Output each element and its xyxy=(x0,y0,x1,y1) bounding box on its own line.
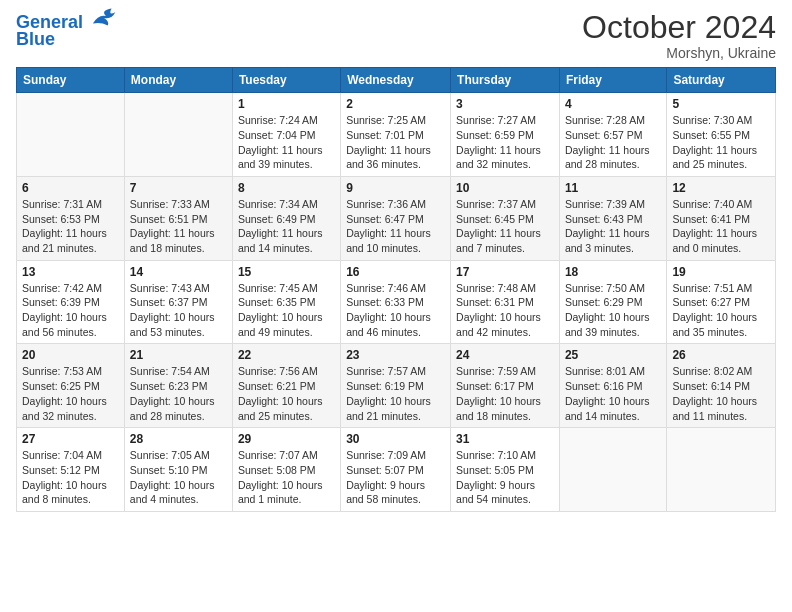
day-info: Sunrise: 7:27 AMSunset: 6:59 PMDaylight:… xyxy=(456,113,554,172)
table-row: 6Sunrise: 7:31 AMSunset: 6:53 PMDaylight… xyxy=(17,176,125,260)
day-number: 28 xyxy=(130,432,227,446)
day-info: Sunrise: 7:28 AMSunset: 6:57 PMDaylight:… xyxy=(565,113,661,172)
table-row: 25Sunrise: 8:01 AMSunset: 6:16 PMDayligh… xyxy=(559,344,666,428)
table-row: 27Sunrise: 7:04 AMSunset: 5:12 PMDayligh… xyxy=(17,428,125,512)
day-number: 24 xyxy=(456,348,554,362)
day-info: Sunrise: 7:31 AMSunset: 6:53 PMDaylight:… xyxy=(22,197,119,256)
day-number: 16 xyxy=(346,265,445,279)
logo: General Blue xyxy=(16,10,119,50)
day-number: 9 xyxy=(346,181,445,195)
day-number: 18 xyxy=(565,265,661,279)
day-info: Sunrise: 7:39 AMSunset: 6:43 PMDaylight:… xyxy=(565,197,661,256)
col-friday: Friday xyxy=(559,68,666,93)
calendar-week-row: 1Sunrise: 7:24 AMSunset: 7:04 PMDaylight… xyxy=(17,93,776,177)
day-number: 11 xyxy=(565,181,661,195)
day-number: 22 xyxy=(238,348,335,362)
calendar-week-row: 20Sunrise: 7:53 AMSunset: 6:25 PMDayligh… xyxy=(17,344,776,428)
day-info: Sunrise: 7:33 AMSunset: 6:51 PMDaylight:… xyxy=(130,197,227,256)
table-row: 16Sunrise: 7:46 AMSunset: 6:33 PMDayligh… xyxy=(341,260,451,344)
col-sunday: Sunday xyxy=(17,68,125,93)
calendar-table: Sunday Monday Tuesday Wednesday Thursday… xyxy=(16,67,776,512)
day-info: Sunrise: 7:57 AMSunset: 6:19 PMDaylight:… xyxy=(346,364,445,423)
logo-bird-icon xyxy=(91,6,119,28)
calendar-week-row: 27Sunrise: 7:04 AMSunset: 5:12 PMDayligh… xyxy=(17,428,776,512)
day-number: 1 xyxy=(238,97,335,111)
day-info: Sunrise: 7:42 AMSunset: 6:39 PMDaylight:… xyxy=(22,281,119,340)
day-number: 26 xyxy=(672,348,770,362)
table-row: 26Sunrise: 8:02 AMSunset: 6:14 PMDayligh… xyxy=(667,344,776,428)
day-number: 27 xyxy=(22,432,119,446)
day-info: Sunrise: 7:09 AMSunset: 5:07 PMDaylight:… xyxy=(346,448,445,507)
table-row xyxy=(559,428,666,512)
subtitle: Morshyn, Ukraine xyxy=(582,45,776,61)
table-row xyxy=(124,93,232,177)
header: General Blue October 2024 Morshyn, Ukrai… xyxy=(16,10,776,61)
day-number: 19 xyxy=(672,265,770,279)
day-number: 4 xyxy=(565,97,661,111)
table-row: 18Sunrise: 7:50 AMSunset: 6:29 PMDayligh… xyxy=(559,260,666,344)
day-info: Sunrise: 7:53 AMSunset: 6:25 PMDaylight:… xyxy=(22,364,119,423)
day-info: Sunrise: 7:24 AMSunset: 7:04 PMDaylight:… xyxy=(238,113,335,172)
day-number: 23 xyxy=(346,348,445,362)
day-info: Sunrise: 8:02 AMSunset: 6:14 PMDaylight:… xyxy=(672,364,770,423)
calendar-week-row: 6Sunrise: 7:31 AMSunset: 6:53 PMDaylight… xyxy=(17,176,776,260)
calendar-header-row: Sunday Monday Tuesday Wednesday Thursday… xyxy=(17,68,776,93)
col-saturday: Saturday xyxy=(667,68,776,93)
table-row: 12Sunrise: 7:40 AMSunset: 6:41 PMDayligh… xyxy=(667,176,776,260)
day-number: 15 xyxy=(238,265,335,279)
table-row xyxy=(667,428,776,512)
table-row: 7Sunrise: 7:33 AMSunset: 6:51 PMDaylight… xyxy=(124,176,232,260)
day-number: 25 xyxy=(565,348,661,362)
day-number: 5 xyxy=(672,97,770,111)
day-info: Sunrise: 7:04 AMSunset: 5:12 PMDaylight:… xyxy=(22,448,119,507)
day-info: Sunrise: 7:46 AMSunset: 6:33 PMDaylight:… xyxy=(346,281,445,340)
day-info: Sunrise: 8:01 AMSunset: 6:16 PMDaylight:… xyxy=(565,364,661,423)
table-row: 23Sunrise: 7:57 AMSunset: 6:19 PMDayligh… xyxy=(341,344,451,428)
table-row: 8Sunrise: 7:34 AMSunset: 6:49 PMDaylight… xyxy=(232,176,340,260)
day-info: Sunrise: 7:37 AMSunset: 6:45 PMDaylight:… xyxy=(456,197,554,256)
table-row: 19Sunrise: 7:51 AMSunset: 6:27 PMDayligh… xyxy=(667,260,776,344)
table-row: 5Sunrise: 7:30 AMSunset: 6:55 PMDaylight… xyxy=(667,93,776,177)
day-number: 20 xyxy=(22,348,119,362)
day-info: Sunrise: 7:48 AMSunset: 6:31 PMDaylight:… xyxy=(456,281,554,340)
day-info: Sunrise: 7:56 AMSunset: 6:21 PMDaylight:… xyxy=(238,364,335,423)
table-row: 21Sunrise: 7:54 AMSunset: 6:23 PMDayligh… xyxy=(124,344,232,428)
table-row: 9Sunrise: 7:36 AMSunset: 6:47 PMDaylight… xyxy=(341,176,451,260)
day-info: Sunrise: 7:51 AMSunset: 6:27 PMDaylight:… xyxy=(672,281,770,340)
day-info: Sunrise: 7:43 AMSunset: 6:37 PMDaylight:… xyxy=(130,281,227,340)
table-row: 28Sunrise: 7:05 AMSunset: 5:10 PMDayligh… xyxy=(124,428,232,512)
col-thursday: Thursday xyxy=(451,68,560,93)
day-number: 31 xyxy=(456,432,554,446)
day-number: 13 xyxy=(22,265,119,279)
day-info: Sunrise: 7:07 AMSunset: 5:08 PMDaylight:… xyxy=(238,448,335,507)
col-wednesday: Wednesday xyxy=(341,68,451,93)
title-block: October 2024 Morshyn, Ukraine xyxy=(582,10,776,61)
day-info: Sunrise: 7:40 AMSunset: 6:41 PMDaylight:… xyxy=(672,197,770,256)
table-row: 4Sunrise: 7:28 AMSunset: 6:57 PMDaylight… xyxy=(559,93,666,177)
day-number: 14 xyxy=(130,265,227,279)
table-row: 30Sunrise: 7:09 AMSunset: 5:07 PMDayligh… xyxy=(341,428,451,512)
table-row: 22Sunrise: 7:56 AMSunset: 6:21 PMDayligh… xyxy=(232,344,340,428)
day-number: 6 xyxy=(22,181,119,195)
day-number: 29 xyxy=(238,432,335,446)
table-row: 24Sunrise: 7:59 AMSunset: 6:17 PMDayligh… xyxy=(451,344,560,428)
table-row: 17Sunrise: 7:48 AMSunset: 6:31 PMDayligh… xyxy=(451,260,560,344)
day-number: 7 xyxy=(130,181,227,195)
table-row: 31Sunrise: 7:10 AMSunset: 5:05 PMDayligh… xyxy=(451,428,560,512)
day-number: 10 xyxy=(456,181,554,195)
table-row: 10Sunrise: 7:37 AMSunset: 6:45 PMDayligh… xyxy=(451,176,560,260)
day-number: 8 xyxy=(238,181,335,195)
day-info: Sunrise: 7:10 AMSunset: 5:05 PMDaylight:… xyxy=(456,448,554,507)
table-row: 11Sunrise: 7:39 AMSunset: 6:43 PMDayligh… xyxy=(559,176,666,260)
day-number: 17 xyxy=(456,265,554,279)
calendar-week-row: 13Sunrise: 7:42 AMSunset: 6:39 PMDayligh… xyxy=(17,260,776,344)
day-number: 12 xyxy=(672,181,770,195)
page: General Blue October 2024 Morshyn, Ukrai… xyxy=(0,0,792,612)
table-row: 15Sunrise: 7:45 AMSunset: 6:35 PMDayligh… xyxy=(232,260,340,344)
day-number: 3 xyxy=(456,97,554,111)
table-row: 14Sunrise: 7:43 AMSunset: 6:37 PMDayligh… xyxy=(124,260,232,344)
day-info: Sunrise: 7:59 AMSunset: 6:17 PMDaylight:… xyxy=(456,364,554,423)
day-info: Sunrise: 7:45 AMSunset: 6:35 PMDaylight:… xyxy=(238,281,335,340)
table-row: 20Sunrise: 7:53 AMSunset: 6:25 PMDayligh… xyxy=(17,344,125,428)
day-info: Sunrise: 7:25 AMSunset: 7:01 PMDaylight:… xyxy=(346,113,445,172)
